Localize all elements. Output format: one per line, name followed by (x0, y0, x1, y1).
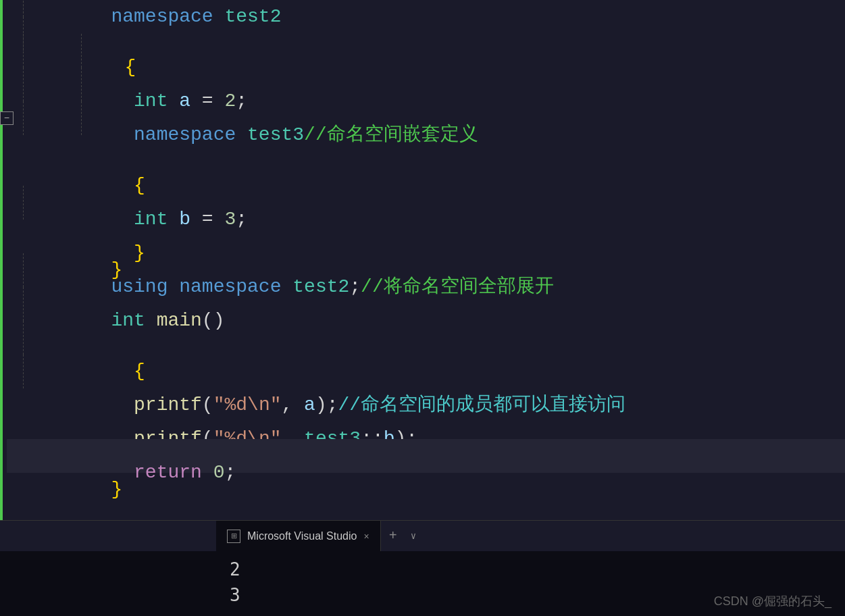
terminal-tab-chevron[interactable]: ∨ (405, 530, 421, 542)
output-line-1: 2 (230, 557, 837, 582)
fold-4[interactable]: − (0, 111, 14, 125)
editor-area: − namespace test2 { int a = 2; − (0, 0, 845, 520)
terminal-tab-label: Microsoft Visual Studio (247, 530, 357, 542)
brace-15: } (111, 479, 122, 500)
terminal-tab[interactable]: ⊞ Microsoft Visual Studio × (216, 521, 381, 551)
code-line-7: } (7, 203, 845, 236)
terminal-area: ⊞ Microsoft Visual Studio × + ∨ 2 3 CSDN… (0, 520, 845, 616)
code-content: − namespace test2 { int a = 2; − (0, 0, 845, 520)
terminal-tab-icon: ⊞ (227, 530, 240, 543)
terminal-tab-add[interactable]: + (381, 528, 405, 544)
code-line-15: } (7, 473, 845, 507)
code-line-14: return 0; (7, 439, 845, 473)
terminal-tab-bar: ⊞ Microsoft Visual Studio × + ∨ (0, 520, 845, 551)
watermark: CSDN @倔强的石头_ (714, 593, 831, 609)
terminal-tab-close[interactable]: × (363, 531, 369, 542)
